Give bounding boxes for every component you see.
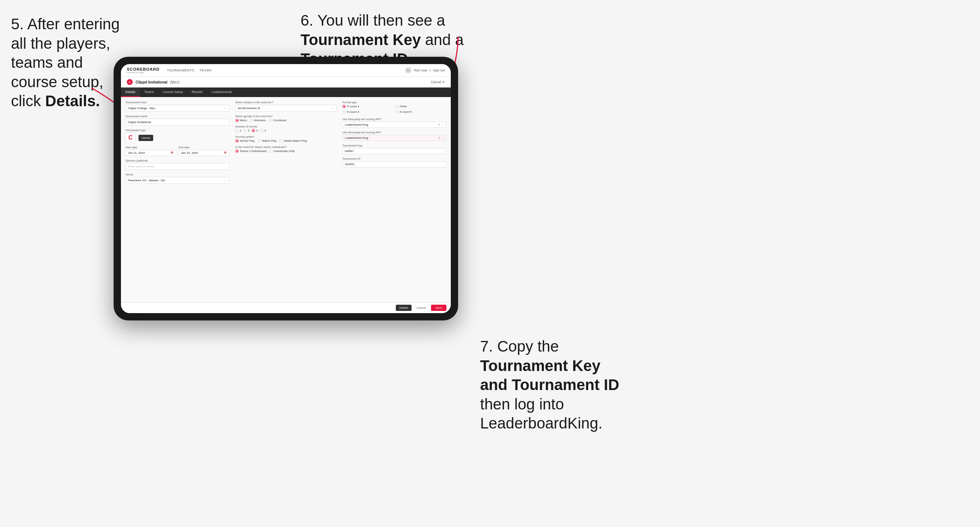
- start-date-input[interactable]: Jan 21, 2024 📅: [125, 150, 176, 156]
- format-other[interactable]: Other: [395, 105, 447, 108]
- round-1-radio[interactable]: [235, 129, 239, 132]
- format-5count4-radio[interactable]: [342, 105, 345, 108]
- format-5count4[interactable]: 5 count 4: [342, 105, 394, 108]
- end-date-label: End date: [178, 146, 229, 149]
- tab-course-setup[interactable]: Course Setup: [158, 87, 187, 97]
- scoring-match[interactable]: Match Play: [258, 139, 277, 143]
- sponsor-input[interactable]: Enter sponsor name: [125, 163, 229, 170]
- end-date-input[interactable]: Jan 23, 2024 📅: [178, 150, 229, 156]
- format-6count4[interactable]: 6 count 4: [342, 110, 394, 114]
- scoring-stroke[interactable]: Stroke Play: [235, 139, 255, 143]
- scoring-radio-group: Stroke Play Match Play Medal Match Play: [235, 139, 336, 143]
- gender-radio-group: Mens Womens Combined: [235, 119, 336, 122]
- round-4[interactable]: 4: [260, 129, 266, 132]
- live-scoring-2-group: Use third-party live scoring API? Leader…: [342, 131, 446, 141]
- delete-button[interactable]: Delete: [396, 305, 412, 311]
- rounds-radio-group: 1 2 3 4: [235, 129, 336, 132]
- round-3[interactable]: 3: [252, 129, 258, 132]
- round-2-radio[interactable]: [243, 129, 247, 132]
- teams-radio[interactable]: [235, 149, 239, 153]
- teams-with-individuals[interactable]: Teams (+Individuals): [235, 149, 267, 153]
- calendar-icon-2: 📅: [224, 152, 227, 154]
- scoring-match-radio[interactable]: [258, 139, 261, 143]
- app-header: SCOREBOARD Powered by clippr TOURNAMENTS…: [121, 64, 451, 77]
- left-annotation: 5. After enteringall the players,teams a…: [11, 15, 121, 111]
- start-date-group: Start date Jan 21, 2024 📅: [125, 146, 176, 156]
- tab-leaderboards[interactable]: Leaderboards: [207, 87, 236, 97]
- venue-input[interactable]: Peachtree GC - Atlanta - GA: [125, 177, 229, 184]
- sponsor-label: Sponsor (optional): [125, 159, 229, 162]
- logo-upload-row: C Upload: [125, 133, 229, 143]
- upload-button[interactable]: Upload: [138, 135, 153, 141]
- format-6count5[interactable]: 6 count 5: [395, 110, 447, 114]
- form-column-3: Format type 5 count 4 Other 6 count 4: [339, 101, 446, 298]
- scoring-medal-radio[interactable]: [279, 139, 283, 143]
- division-input[interactable]: NCAA Division III: [235, 105, 336, 112]
- individuals-radio[interactable]: [270, 149, 273, 153]
- tabs-bar: Details Teams Course Setup Results Leade…: [121, 87, 451, 97]
- bottom-right-annotation: 7. Copy theTournament Keyand Tournament …: [480, 337, 693, 433]
- tournament-logo-group: Tournament logo C Upload: [125, 129, 229, 143]
- teams-label: Is this event for Teams and/or Individua…: [235, 145, 336, 149]
- scoreboard-subtitle: Powered by clippr: [127, 71, 159, 74]
- clear-x-1[interactable]: ✕ ⌄: [438, 123, 444, 126]
- format-6count5-radio[interactable]: [395, 110, 398, 114]
- tournament-name-group: Tournament name Clippd Invitational: [125, 114, 229, 125]
- main-content: Tournament Host Clippd College - Men Tou…: [121, 97, 451, 302]
- teams-group: Is this event for Teams and/or Individua…: [235, 145, 336, 153]
- live-scoring-2-label: Use third-party live scoring API?: [342, 131, 446, 134]
- gender-womens[interactable]: Womens: [250, 119, 266, 122]
- rounds-group: Number of rounds 1 2 3: [235, 125, 336, 132]
- live-scoring-1-input[interactable]: Leaderboard King ✕ ⌄: [342, 122, 446, 128]
- start-date-label: Start date: [125, 146, 176, 149]
- header-left: SCOREBOARD Powered by clippr TOURNAMENTS…: [127, 67, 212, 74]
- clippd-logo: C: [127, 79, 133, 85]
- division-group: Which division is the event for? NCAA Di…: [235, 101, 336, 112]
- format-6count4-radio[interactable]: [342, 110, 345, 114]
- logo-preview: C: [125, 133, 135, 143]
- form-column-2: Which division is the event for? NCAA Di…: [232, 101, 339, 298]
- live-scoring-2-input[interactable]: Leaderboard King ✕ ⌄: [342, 135, 446, 141]
- gender-mens[interactable]: Mens: [235, 119, 247, 122]
- tab-results[interactable]: Results: [187, 87, 207, 97]
- individuals-only[interactable]: Individuals Only: [270, 149, 295, 153]
- rounds-label: Number of rounds: [235, 125, 336, 128]
- gender-mens-radio[interactable]: [235, 119, 239, 122]
- scoring-stroke-radio[interactable]: [235, 139, 239, 143]
- save-button[interactable]: Save: [431, 305, 446, 311]
- cancel-button[interactable]: Cancel: [414, 305, 429, 311]
- nav-tournaments[interactable]: TOURNAMENTS: [167, 68, 194, 72]
- cancel-link[interactable]: Cancel ✕: [431, 80, 445, 84]
- scoreboard-title: SCOREBOARD: [127, 67, 159, 71]
- teams-radio-group: Teams (+Individuals) Individuals Only: [235, 149, 336, 153]
- format-other-radio[interactable]: [395, 105, 398, 108]
- tournament-name-input[interactable]: Clippd Invitational: [125, 119, 229, 125]
- tournament-id-group: Tournament ID 302051: [342, 157, 446, 167]
- footer-bar: Delete Cancel Save: [121, 302, 451, 313]
- round-2[interactable]: 2: [243, 129, 249, 132]
- gender-combined-radio[interactable]: [269, 119, 272, 122]
- tournament-host-group: Tournament Host Clippd College - Men: [125, 101, 229, 112]
- sign-out-link[interactable]: Sign out: [433, 68, 445, 72]
- tournament-logo-label: Tournament logo: [125, 129, 229, 132]
- header-right: TU Test User | Sign out: [405, 67, 445, 74]
- round-4-radio[interactable]: [260, 129, 263, 132]
- nav-links: TOURNAMENTS TEAMS: [167, 68, 212, 72]
- gender-womens-radio[interactable]: [250, 119, 253, 122]
- tournament-name: Clippd Invitational (Men): [135, 80, 180, 84]
- round-3-radio[interactable]: [252, 129, 255, 132]
- nav-teams[interactable]: TEAMS: [199, 68, 212, 72]
- round-1[interactable]: 1: [235, 129, 241, 132]
- gender-label: Which gender is the event for?: [235, 114, 336, 118]
- gender-group: Which gender is the event for? Mens Wome…: [235, 114, 336, 122]
- gender-combined[interactable]: Combined: [269, 119, 286, 122]
- tournament-host-input[interactable]: Clippd College - Men: [125, 105, 229, 112]
- clear-x-2[interactable]: ✕ ⌄: [438, 136, 444, 140]
- scoring-medal[interactable]: Medal Match Play: [279, 139, 307, 143]
- calendar-icon: 📅: [170, 152, 174, 154]
- logo-c: C: [128, 134, 133, 141]
- tournament-id-label: Tournament ID: [342, 157, 446, 160]
- tab-details[interactable]: Details: [121, 87, 140, 97]
- tab-teams[interactable]: Teams: [140, 87, 159, 97]
- tournament-host-label: Tournament Host: [125, 101, 229, 104]
